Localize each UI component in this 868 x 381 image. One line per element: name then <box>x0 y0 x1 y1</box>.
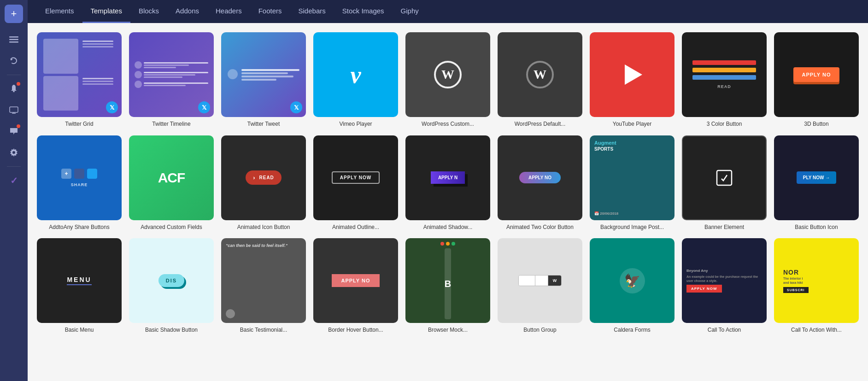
svg-rect-2 <box>9 41 18 43</box>
plus-button[interactable]: + <box>5 5 23 23</box>
widget-label: Twitter Timeline <box>152 121 190 128</box>
widget-button-group[interactable]: OW A W Button Group <box>498 238 582 334</box>
widget-addtoany[interactable]: + SHARE AddtoAny Share Buttons <box>37 135 122 231</box>
widget-label: Basic Button Icon <box>795 224 838 231</box>
nav-blocks[interactable]: Blocks <box>130 0 167 23</box>
widget-vimeo-player[interactable]: v Vimeo Player <box>313 32 398 128</box>
chat-icon[interactable] <box>5 122 23 141</box>
widget-browser-mock[interactable]: B Browser Mock... <box>405 238 490 334</box>
svg-rect-9 <box>717 170 732 185</box>
svg-rect-1 <box>9 39 18 41</box>
widget-label: WordPress Default... <box>515 121 565 128</box>
widget-label: Basic Shadow Button <box>145 327 198 334</box>
svg-point-8 <box>12 151 15 154</box>
widget-label: Button Group <box>523 327 556 334</box>
widget-3-color-button[interactable]: READ 3 Color Button <box>682 32 767 128</box>
widget-label: Animated Outline... <box>332 224 379 231</box>
widget-label: Browser Mock... <box>428 327 468 334</box>
widget-grid: 𝕏 Twitter Grid <box>37 32 859 334</box>
nav-addons[interactable]: Addons <box>167 0 207 23</box>
widget-caldera-forms[interactable]: 🦅 Caldera Forms <box>590 238 674 334</box>
widget-basic-shadow-button[interactable]: DIS Basic Shadow Button <box>129 238 214 334</box>
widget-basic-button-icon[interactable]: PLY NOW → Basic Button Icon <box>774 135 859 231</box>
svg-rect-4 <box>10 107 18 112</box>
svg-point-3 <box>13 91 15 92</box>
widget-basic-testimonial[interactable]: "can then be said to feel itself." Basic… <box>221 238 306 334</box>
widget-label: Background Image Post... <box>600 224 664 231</box>
widget-label: Animated Shadow... <box>423 224 473 231</box>
widget-label: Vimeo Player <box>339 121 372 128</box>
widget-animated-shadow[interactable]: APPLY N Animated Shadow... <box>405 135 490 231</box>
widget-basic-menu[interactable]: MENU Basic Menu <box>37 238 122 334</box>
undo-icon[interactable] <box>5 52 23 70</box>
widget-wordpress-custom[interactable]: W WordPress Custom... <box>405 32 490 128</box>
widget-youtube-player[interactable]: YouTube Player <box>590 32 674 128</box>
widget-label: AddtoAny Share Buttons <box>49 224 109 231</box>
widget-3d-button[interactable]: APPLY NO 3D Button <box>774 32 859 128</box>
widget-call-to-action[interactable]: Beyond Any An example could be the purch… <box>682 238 767 334</box>
widget-label: WordPress Custom... <box>422 121 474 128</box>
widget-banner-element[interactable]: Banner Element <box>682 135 767 231</box>
nav-footers[interactable]: Footers <box>250 0 290 23</box>
widget-label: Basic Testimonial... <box>240 327 287 334</box>
widget-label: 3D Button <box>804 121 828 128</box>
nav-stock-images[interactable]: Stock Images <box>334 0 393 23</box>
widget-border-hover-button[interactable]: APPLY NO Border Hover Button... <box>313 238 398 334</box>
check-icon[interactable]: ✓ <box>5 171 23 190</box>
left-sidebar: + <box>0 0 28 381</box>
nav-elements[interactable]: Elements <box>37 0 82 23</box>
widget-label: Basic Menu <box>65 327 94 334</box>
widget-label: Call To Action With... <box>791 327 842 334</box>
gear-icon[interactable] <box>5 143 23 162</box>
top-nav: Elements Templates Blocks Addons Headers… <box>28 0 868 23</box>
nav-giphy[interactable]: Giphy <box>393 0 427 23</box>
widget-label: YouTube Player <box>613 121 652 128</box>
widget-label: Call To Action <box>708 327 741 334</box>
widget-animated-outline[interactable]: APPLY NOW Animated Outline... <box>313 135 398 231</box>
widget-label: Caldera Forms <box>614 327 650 334</box>
bell-icon[interactable] <box>5 80 23 98</box>
widget-twitter-tweet[interactable]: 𝕏 Twitter Tweet <box>221 32 306 128</box>
monitor-icon[interactable] <box>5 101 23 119</box>
widget-label: Twitter Grid <box>65 121 93 128</box>
widget-animated-icon-button[interactable]: › READ Animated Icon Button <box>221 135 306 231</box>
main-area: Elements Templates Blocks Addons Headers… <box>28 0 868 381</box>
nav-sidebars[interactable]: Sidebars <box>290 0 334 23</box>
widget-label: Border Hover Button... <box>328 327 383 334</box>
widget-label: Twitter Tweet <box>247 121 280 128</box>
widget-animated-two-color[interactable]: APPLY NO Animated Two Color Button <box>498 135 582 231</box>
widget-call-to-action-with[interactable]: NOR The interior i and taxa hiki SUBSCRI… <box>774 238 859 334</box>
widget-acf[interactable]: ACF Advanced Custom Fields <box>129 135 214 231</box>
layers-icon[interactable] <box>5 30 23 49</box>
nav-templates[interactable]: Templates <box>82 0 130 23</box>
widget-label: Banner Element <box>704 224 744 231</box>
content-area: 𝕏 Twitter Grid <box>28 23 868 381</box>
nav-headers[interactable]: Headers <box>207 0 250 23</box>
widget-background-image-post[interactable]: Augment SPORTS 📅 20/06/2018 Background I… <box>590 135 674 231</box>
svg-rect-0 <box>9 36 18 38</box>
widget-label: Advanced Custom Fields <box>141 224 202 231</box>
widget-label: Animated Two Color Button <box>506 224 574 231</box>
widget-twitter-grid[interactable]: 𝕏 Twitter Grid <box>37 32 122 128</box>
widget-label: Animated Icon Button <box>237 224 290 231</box>
widget-twitter-timeline[interactable]: 𝕏 Twitter Timeline <box>129 32 214 128</box>
widget-label: 3 Color Button <box>707 121 742 128</box>
widget-wordpress-default[interactable]: W WordPress Default... <box>498 32 582 128</box>
